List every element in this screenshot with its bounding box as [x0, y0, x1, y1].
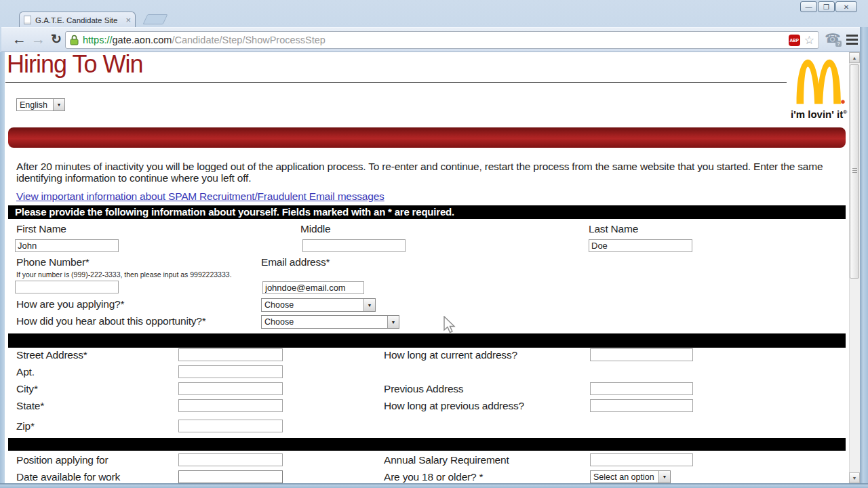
inactivity-notice: After 20 minutes of inactivity you will … — [16, 161, 838, 184]
tab-title: G.A.T.E. Candidate Site — [35, 16, 123, 24]
state-input[interactable] — [178, 399, 283, 412]
address-bar[interactable]: https://gate.aon.com/Candidate/Step/Show… — [65, 31, 819, 49]
spam-info-link[interactable]: View important information about SPAM Re… — [16, 190, 384, 203]
current-length-input[interactable] — [590, 348, 693, 361]
applying-select[interactable]: Choose ▼ — [261, 298, 376, 312]
scroll-up-icon[interactable]: ▲ — [849, 52, 860, 63]
chevron-down-icon[interactable]: ▼ — [387, 316, 399, 328]
previous-address-input[interactable] — [590, 382, 693, 395]
scroll-down-icon[interactable]: ▼ — [849, 472, 860, 483]
red-banner — [8, 127, 846, 148]
street-label: Street Address* — [16, 349, 87, 361]
position-label: Position applying for — [16, 454, 108, 466]
reload-icon[interactable]: ↻ — [51, 30, 62, 49]
back-icon[interactable]: ← — [12, 30, 26, 49]
position-input[interactable] — [178, 453, 283, 466]
heard-label: How did you hear about this opportunity?… — [16, 315, 206, 327]
salary-input[interactable] — [590, 453, 693, 466]
city-input[interactable] — [178, 382, 283, 395]
scrollbar-grip — [852, 168, 857, 173]
language-selected: English — [17, 100, 53, 110]
header-divider — [5, 82, 787, 83]
apt-label: Apt. — [16, 366, 35, 378]
applying-label: How are you applying?* — [16, 298, 124, 310]
url-text[interactable]: https://gate.aon.com/Candidate/Step/Show… — [83, 35, 789, 45]
apt-input[interactable] — [178, 365, 283, 378]
window-frame-left — [0, 52, 5, 488]
date-available-input[interactable] — [178, 470, 283, 483]
is-adult-label: Are you 18 or older? * — [384, 471, 483, 483]
page-title: Hiring To Win — [7, 50, 142, 79]
street-input[interactable] — [178, 348, 283, 361]
ssl-lock-icon — [70, 35, 79, 45]
email-label: Email address* — [261, 256, 330, 268]
window-frame-bottom — [0, 483, 868, 488]
section-divider-bar — [8, 438, 846, 451]
chevron-down-icon[interactable]: ▼ — [658, 471, 670, 483]
chevron-down-icon[interactable]: ▼ — [363, 299, 375, 311]
is-adult-select[interactable]: Select an option ▼ — [590, 470, 671, 483]
close-button[interactable]: ✕ — [835, 1, 857, 12]
mcdonalds-arches-logo — [793, 54, 845, 107]
salary-label: Annual Salary Requirement — [384, 454, 509, 466]
logo-tagline: i'm lovin' it® — [791, 108, 847, 120]
browser-window: G.A.T.E. Candidate Site × — ❐ ✕ ← → ↻ ht… — [0, 0, 868, 488]
forward-icon[interactable]: → — [31, 30, 45, 49]
date-available-label: Date available for work — [16, 471, 120, 483]
tab-close-icon[interactable]: × — [125, 16, 131, 24]
last-name-input[interactable] — [589, 239, 692, 252]
scrollbar-thumb[interactable] — [850, 64, 859, 279]
heard-select[interactable]: Choose ▼ — [261, 315, 399, 329]
section-header-bar: Please provide the following information… — [8, 205, 846, 219]
url-path: /Candidate/Step/ShowProcessStep — [172, 35, 326, 45]
page-favicon-icon — [24, 16, 31, 24]
zip-label: Zip* — [16, 420, 35, 432]
previous-address-label: Previous Address — [384, 383, 463, 395]
chevron-down-icon[interactable]: ▼ — [53, 99, 64, 110]
zip-input[interactable] — [178, 420, 283, 432]
phone-label: Phone Number* — [16, 256, 90, 268]
previous-length-input[interactable] — [590, 399, 693, 412]
url-host: gate.aon.com — [113, 35, 172, 45]
phone-format-hint: If your number is (999)-222-3333, then p… — [16, 270, 232, 279]
state-label: State* — [16, 400, 44, 412]
bookmark-star-icon[interactable]: ☆ — [804, 35, 814, 46]
last-name-label: Last Name — [589, 223, 638, 235]
middle-name-input[interactable] — [302, 239, 406, 252]
new-tab-button[interactable] — [143, 14, 168, 24]
current-length-label: How long at current address? — [384, 349, 517, 361]
minimize-button[interactable]: — — [800, 1, 817, 12]
adblock-icon[interactable]: ABP — [789, 35, 800, 46]
url-scheme: https:// — [83, 35, 113, 45]
chrome-menu-icon[interactable] — [846, 35, 858, 47]
section-divider-bar — [8, 333, 846, 348]
phone-input[interactable] — [15, 281, 119, 293]
maximize-button[interactable]: ❐ — [818, 1, 835, 12]
first-name-label: First Name — [16, 223, 66, 235]
page-viewport — [5, 52, 849, 483]
first-name-input[interactable] — [15, 239, 119, 252]
language-select[interactable]: English ▼ — [16, 98, 65, 111]
city-label: City* — [16, 383, 38, 395]
window-frame-right — [860, 27, 868, 488]
mouse-cursor — [443, 316, 456, 335]
phone-extension-badge: ? — [835, 41, 842, 47]
middle-name-label: Middle — [300, 223, 330, 235]
previous-length-label: How long at previous address? — [384, 400, 524, 412]
browser-tab[interactable]: G.A.T.E. Candidate Site × — [19, 12, 136, 28]
email-input[interactable] — [262, 281, 364, 294]
